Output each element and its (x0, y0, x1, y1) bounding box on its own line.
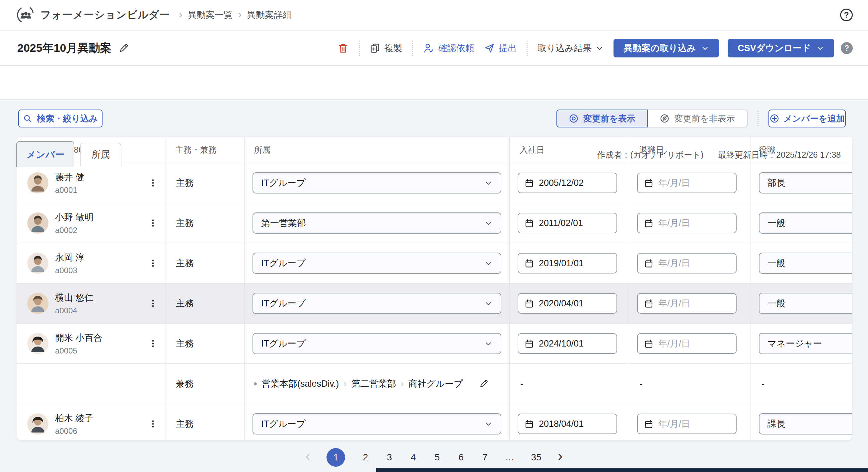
join-date-input[interactable]: 2020/04/01 (518, 293, 617, 314)
position-select[interactable]: 一般 (759, 212, 852, 234)
page-4[interactable]: 4 (409, 452, 417, 463)
updated-at-label: 最終更新日時：2025/12/26 17:38 (718, 149, 841, 160)
member-name: 小野 敏明 (55, 211, 94, 224)
page-5[interactable]: 5 (433, 452, 441, 463)
join-date-input[interactable]: 2018/04/01 (518, 414, 617, 434)
member-avatar (27, 333, 49, 354)
delete-button[interactable] (337, 42, 349, 54)
csv-help-icon[interactable]: ? (841, 42, 853, 54)
confirm-request-button[interactable]: 確認依頼 (423, 42, 474, 54)
member-name: 藤井 健 (55, 171, 85, 183)
kebab-menu-icon[interactable] (148, 298, 158, 309)
table-row-concurrent: 兼務 営業本部(salesDiv.) › 第二営業部 › 商社グループ - - … (17, 363, 852, 404)
breadcrumb-separator-icon: › (179, 8, 183, 20)
horizontal-scrollbar[interactable] (376, 468, 868, 472)
position-select[interactable]: 一般 (759, 253, 852, 274)
prev-page-icon[interactable]: ‹ (305, 449, 310, 463)
calendar-icon (524, 178, 534, 188)
pagination: ‹ 1 2 3 4 5 6 7 … 35 › (0, 447, 868, 467)
position-select[interactable]: 部長 (759, 172, 852, 194)
person-check-icon (423, 42, 434, 54)
calendar-icon (644, 218, 654, 228)
edit-path-icon[interactable] (479, 379, 489, 389)
tab-departments[interactable]: 所属 (80, 143, 121, 166)
duty-label: 主務 (176, 257, 194, 269)
submit-button[interactable]: 提出 (484, 42, 517, 54)
duplicate-label: 複製 (384, 42, 402, 54)
department-select[interactable]: ITグループ (252, 293, 501, 314)
join-date-input[interactable]: 2005/12/02 (518, 173, 617, 193)
import-result-button[interactable]: 取り込み結果 (537, 42, 603, 54)
duplicate-button[interactable]: 複製 (370, 42, 402, 54)
page-6[interactable]: 6 (457, 452, 465, 463)
hide-before-toggle[interactable]: 変更前を非表示 (648, 110, 748, 127)
leave-date-input[interactable]: 年/月/日 (637, 173, 737, 193)
leave-date-input[interactable]: 年/月/日 (637, 414, 737, 434)
department-select[interactable]: ITグループ (252, 172, 501, 194)
table-row: 藤井 健 a0001 主務 ITグループ 2005/12/02 (17, 163, 852, 203)
page-3[interactable]: 3 (385, 452, 393, 463)
kebab-menu-icon[interactable] (148, 217, 158, 229)
search-filter-label: 検索・絞り込み (37, 113, 98, 124)
calendar-icon (524, 338, 534, 349)
col-duty: 主務・兼務 (166, 137, 245, 163)
import-plan-button[interactable]: 異動案の取り込み (614, 39, 719, 57)
breadcrumb-plan-list[interactable]: 異動案一覧 (188, 9, 232, 21)
join-date-input[interactable]: 2019/01/01 (518, 253, 617, 273)
department-select[interactable]: 第一営業部 (252, 212, 501, 234)
brand-logo-icon (17, 6, 34, 24)
table-row: 横山 悠仁 a0004 主務 ITグループ 2020/04/01 (17, 283, 852, 323)
position-value: マネージャー (768, 337, 822, 350)
copy-icon (370, 43, 380, 54)
show-before-toggle[interactable]: 変更前を表示 (556, 110, 648, 127)
chevron-right-icon: › (401, 378, 404, 389)
page-2[interactable]: 2 (362, 452, 369, 463)
duty-label: 主務 (176, 217, 194, 229)
join-date-value: 2020/04/01 (539, 298, 584, 309)
position-select[interactable]: マネージャー (759, 333, 852, 354)
page-7[interactable]: 7 (481, 452, 488, 463)
department-select[interactable]: ITグループ (252, 333, 501, 354)
kebab-menu-icon[interactable] (148, 258, 158, 269)
tab-members[interactable]: メンバー (16, 141, 74, 167)
leave-date-placeholder: 年/月/日 (658, 217, 690, 229)
member-avatar (27, 172, 49, 194)
position-select[interactable]: 課長 (759, 413, 852, 435)
kebab-menu-icon[interactable] (148, 338, 158, 349)
leave-date-input[interactable]: 年/月/日 (637, 253, 737, 273)
csv-download-button[interactable]: CSVダウンロード (727, 39, 834, 57)
page-35[interactable]: 35 (531, 452, 541, 463)
kebab-menu-icon[interactable] (148, 177, 158, 188)
leave-date-input[interactable]: 年/月/日 (637, 213, 737, 233)
calendar-icon (524, 258, 534, 268)
add-member-button[interactable]: メンバーを追加 (769, 110, 846, 127)
member-id: a0004 (55, 306, 94, 315)
join-date-input[interactable]: 2011/02/01 (518, 213, 617, 233)
search-filter-button[interactable]: 検索・絞り込み (18, 110, 102, 127)
department-select[interactable]: ITグループ (252, 413, 501, 435)
next-page-icon[interactable]: › (558, 449, 563, 463)
calendar-icon (644, 258, 654, 268)
hide-before-label: 変更前を非表示 (674, 113, 735, 124)
page-1[interactable]: 1 (327, 448, 345, 467)
join-date-value: 2024/10/01 (539, 338, 584, 349)
paper-plane-icon (484, 43, 495, 54)
leave-date-empty: - (640, 379, 643, 389)
department-select[interactable]: ITグループ (252, 253, 501, 274)
chevron-right-icon: › (344, 378, 347, 389)
page-title: 2025年10月異動案 (17, 40, 111, 56)
global-help-icon[interactable]: ? (840, 9, 853, 21)
leave-date-placeholder: 年/月/日 (658, 297, 690, 309)
duty-label: 主務 (176, 297, 194, 309)
position-select[interactable]: 一般 (759, 293, 852, 314)
department-path-segment: 営業本部(salesDiv.) (261, 378, 339, 390)
leave-date-input[interactable]: 年/月/日 (637, 293, 737, 314)
member-avatar (27, 253, 49, 274)
kebab-menu-icon[interactable] (148, 418, 158, 430)
edit-title-icon[interactable] (119, 43, 129, 54)
chevron-down-icon (484, 219, 493, 227)
join-date-input[interactable]: 2024/10/01 (518, 333, 617, 354)
title-bar: 2025年10月異動案 (0, 31, 868, 66)
leave-date-input[interactable]: 年/月/日 (637, 333, 737, 354)
member-name: 永岡 淳 (55, 252, 85, 264)
